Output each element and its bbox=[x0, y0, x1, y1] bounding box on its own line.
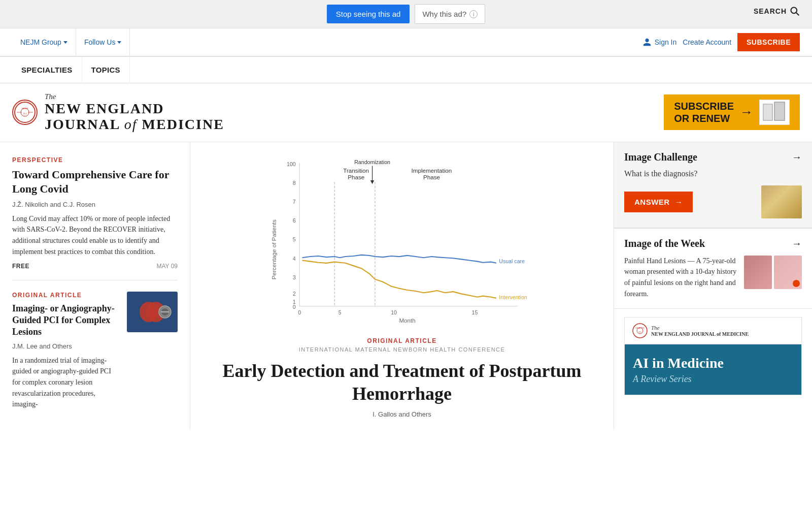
article-2-authors: J.M. Lee and Others bbox=[12, 342, 120, 350]
topics-menu[interactable]: TOPICS bbox=[82, 57, 130, 83]
center-conference-label: INTERNATIONAL MATERNAL NEWBORN HEALTH CO… bbox=[211, 346, 593, 353]
top-nav: SPECIALTIES TOPICS bbox=[0, 57, 812, 83]
create-account-link[interactable]: Create Account bbox=[683, 38, 731, 46]
center-article-title[interactable]: Early Detection and Treatment of Postpar… bbox=[211, 360, 593, 405]
logo-area[interactable]: NEJM 1812 The NEW ENGLAND JOURNAL of MED… bbox=[12, 92, 224, 133]
week-row: Painful Hand Lesions — A 75-year-old wom… bbox=[624, 256, 802, 300]
answer-btn-label: ANSWER bbox=[634, 198, 670, 206]
image-week-title[interactable]: Image of the Week bbox=[624, 238, 705, 249]
main-content: PERSPECTIVE Toward Comprehensive Care fo… bbox=[0, 142, 812, 430]
article-1-authors: J.Ž. Nikolich and C.J. Rosen bbox=[12, 201, 178, 208]
image-challenge-arrow-icon[interactable]: → bbox=[792, 151, 802, 163]
search-label: SEARCH bbox=[754, 7, 787, 15]
svg-text:7: 7 bbox=[293, 199, 296, 205]
svg-text:0: 0 bbox=[298, 309, 301, 315]
svg-text:Phase: Phase bbox=[423, 174, 440, 180]
nav-left: NEJM Group Follow Us bbox=[12, 28, 130, 56]
nejm-group-menu[interactable]: NEJM Group bbox=[12, 28, 76, 56]
article-1-meta: FREE MAY 09 bbox=[12, 263, 178, 280]
article-1-summary: Long Covid may affect 10% or more of peo… bbox=[12, 213, 178, 258]
specialties-menu[interactable]: SPECIALTIES bbox=[12, 57, 82, 83]
info-icon: i bbox=[469, 10, 478, 18]
intervention-line bbox=[302, 260, 496, 298]
chart-container: Percentage of Patients 100 8 7 6 5 4 3 2… bbox=[190, 142, 614, 332]
free-badge: FREE bbox=[12, 263, 29, 270]
logo-journal: JOURNAL bbox=[45, 116, 120, 132]
percentage-chart: Percentage of Patients 100 8 7 6 5 4 3 2… bbox=[206, 152, 598, 325]
image-challenge-section: Image Challenge → What is the diagnosis?… bbox=[614, 142, 812, 228]
follow-us-menu[interactable]: Follow Us bbox=[76, 28, 130, 56]
week-image-2 bbox=[774, 256, 802, 289]
svg-text:1812: 1812 bbox=[23, 112, 27, 115]
svg-text:Month: Month bbox=[399, 316, 415, 323]
stop-ad-button[interactable]: Stop seeing this ad bbox=[327, 5, 410, 23]
logo-of: of bbox=[124, 116, 138, 132]
search-area[interactable]: SEARCH bbox=[754, 6, 800, 16]
image-week-arrow-icon[interactable]: → bbox=[792, 238, 802, 249]
ai-header-row: MEDICINE 1812 The NEW ENGLAND JOURNAL of… bbox=[625, 318, 801, 344]
svg-rect-11 bbox=[775, 103, 784, 120]
image-challenge-title[interactable]: Image Challenge bbox=[624, 151, 697, 163]
y-axis-label: Percentage of Patients bbox=[270, 219, 277, 279]
svg-text:15: 15 bbox=[472, 309, 478, 315]
logo-line1: NEW ENGLAND bbox=[45, 101, 224, 117]
article-1-title[interactable]: Toward Comprehensive Care for Long Covid bbox=[12, 168, 178, 197]
svg-text:8: 8 bbox=[293, 179, 296, 185]
heart-stent-illustration bbox=[129, 294, 175, 330]
follow-us-chevron-icon bbox=[117, 41, 121, 44]
svg-point-46 bbox=[633, 324, 647, 338]
svg-text:Usual care: Usual care bbox=[499, 258, 525, 264]
nejm-group-label: NEJM Group bbox=[20, 38, 61, 46]
diagnosis-question: What is the diagnosis? bbox=[624, 169, 802, 178]
subscribe-button[interactable]: SUBSCRIBE bbox=[737, 33, 800, 51]
sign-in-link[interactable]: Sign In bbox=[642, 38, 677, 47]
nejm-group-chevron-icon bbox=[63, 41, 67, 44]
subscribe-banner-line1: SUBSCRIBE bbox=[674, 100, 734, 112]
challenge-header: Image Challenge → bbox=[624, 151, 802, 163]
challenge-image bbox=[761, 185, 802, 218]
sign-in-label: Sign In bbox=[655, 38, 677, 46]
week-image-1 bbox=[744, 256, 772, 289]
logo-the: The bbox=[45, 92, 224, 101]
header: NEJM 1812 The NEW ENGLAND JOURNAL of MED… bbox=[0, 83, 812, 142]
article-2-title[interactable]: Imaging- or Angiography-Guided PCI for C… bbox=[12, 303, 120, 338]
center-article-authors: I. Gallos and Others bbox=[211, 410, 593, 418]
article-2-section-label: ORIGINAL ARTICLE bbox=[12, 292, 120, 299]
ai-medicine-body: AI in Medicine A Review Series bbox=[625, 344, 801, 395]
follow-us-label: Follow Us bbox=[84, 38, 115, 46]
svg-point-0 bbox=[791, 8, 797, 14]
nejm-emblem: NEJM 1812 bbox=[14, 101, 36, 123]
article-2-summary: In a randomized trial of imaging-guided … bbox=[12, 355, 120, 410]
svg-text:Implementation: Implementation bbox=[412, 167, 452, 174]
subscribe-banner-book bbox=[759, 100, 790, 125]
article-2-text: ORIGINAL ARTICLE Imaging- or Angiography… bbox=[12, 292, 120, 416]
svg-text:Intervention: Intervention bbox=[499, 294, 527, 300]
nejm-logo-circle: NEJM 1812 bbox=[12, 100, 38, 125]
article-2-image[interactable] bbox=[127, 292, 178, 332]
svg-text:10: 10 bbox=[391, 309, 397, 315]
svg-rect-9 bbox=[764, 105, 772, 120]
svg-text:1812: 1812 bbox=[638, 331, 642, 333]
week-description: Painful Hand Lesions — A 75-year-old wom… bbox=[624, 256, 737, 300]
center-original-label: ORIGINAL ARTICLE bbox=[211, 337, 593, 344]
nejm-small-logo: MEDICINE 1812 bbox=[632, 323, 648, 339]
center-column: Percentage of Patients 100 8 7 6 5 4 3 2… bbox=[190, 142, 614, 430]
subscribe-banner[interactable]: SUBSCRIBE OR RENEW → bbox=[664, 94, 800, 130]
svg-text:4: 4 bbox=[293, 255, 296, 261]
answer-button[interactable]: ANSWER → bbox=[624, 192, 693, 212]
book-icon bbox=[762, 102, 787, 123]
svg-text:5: 5 bbox=[339, 309, 342, 315]
why-ad-text: Why this ad? bbox=[422, 10, 466, 18]
ai-medicine-box[interactable]: MEDICINE 1812 The NEW ENGLAND JOURNAL of… bbox=[624, 317, 802, 395]
ai-medicine-subtitle: A Review Series bbox=[633, 374, 793, 385]
search-icon bbox=[790, 6, 800, 16]
svg-text:Transition: Transition bbox=[343, 167, 369, 174]
lesion-mark bbox=[793, 280, 800, 287]
ai-medicine-title: AI in Medicine bbox=[633, 355, 793, 372]
svg-line-1 bbox=[796, 13, 799, 15]
right-column: Image Challenge → What is the diagnosis?… bbox=[614, 142, 812, 430]
left-column: PERSPECTIVE Toward Comprehensive Care fo… bbox=[0, 142, 190, 430]
why-ad-button[interactable]: Why this ad? i bbox=[415, 4, 485, 24]
nejm-label-small: NEW ENGLAND JOURNAL of MEDICINE bbox=[651, 331, 749, 337]
answer-btn-arrow-icon: → bbox=[675, 198, 683, 206]
